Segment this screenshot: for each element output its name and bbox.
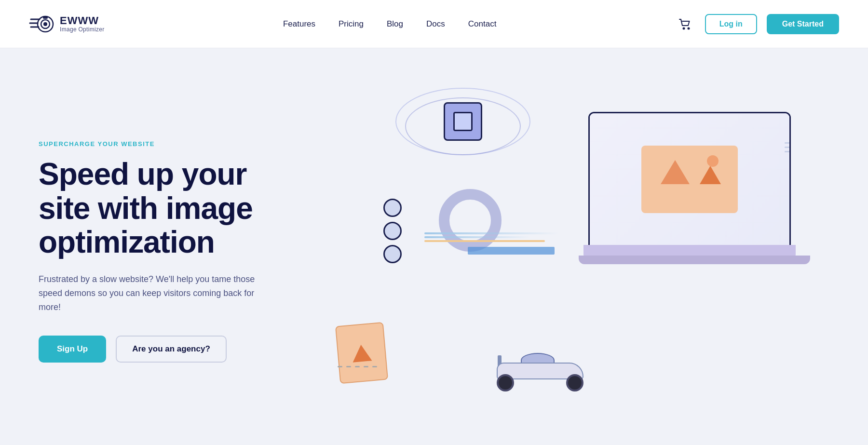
nav-docs[interactable]: Docs: [426, 19, 445, 29]
logo-name: EWWW: [60, 15, 105, 26]
mountain-icon-1: [661, 160, 690, 184]
image-card: [335, 322, 388, 383]
cart-icon[interactable]: [675, 14, 695, 34]
speed-line-1: [424, 232, 559, 234]
camera-lens: [453, 112, 473, 131]
car-wheel-front: [566, 374, 583, 391]
screen-image: [641, 146, 738, 213]
logo[interactable]: EWWW Image Optimizer: [29, 12, 105, 37]
logo-icon: [29, 12, 54, 37]
cylinder-3: [383, 245, 402, 263]
donut-ring: [439, 189, 502, 252]
hero-illustration: [289, 83, 839, 420]
spark-line-2: [785, 147, 791, 148]
header: EWWW Image Optimizer Features Pricing Bl…: [0, 0, 868, 48]
header-actions: Log in Get Started: [675, 14, 839, 34]
hero-tag: SUPERCHARGE YOUR WEBSITE: [39, 140, 289, 148]
laptop-screen: [588, 112, 791, 247]
hero-section: SUPERCHARGE YOUR WEBSITE Speed up your s…: [0, 48, 868, 445]
cylinder-1: [383, 199, 402, 217]
sun-icon: [707, 155, 719, 167]
screen-sparks: [785, 142, 791, 155]
spark-line-1: [785, 142, 791, 144]
nav-pricing[interactable]: Pricing: [339, 19, 364, 29]
dash-5: [372, 366, 377, 367]
svg-rect-6: [43, 16, 48, 19]
cylinder-2: [383, 222, 402, 240]
svg-point-8: [687, 27, 690, 29]
speed-line-2: [424, 236, 530, 238]
mountain-icon-2: [700, 166, 721, 184]
signup-button[interactable]: Sign Up: [39, 336, 106, 363]
donut-outer-ring: [439, 189, 502, 252]
spark-line-3: [785, 151, 791, 152]
camera-body: [444, 102, 482, 141]
laptop-base: [579, 256, 810, 264]
nav-blog[interactable]: Blog: [387, 19, 403, 29]
dash-3: [355, 366, 360, 367]
logo-sub: Image Optimizer: [60, 26, 105, 33]
f1-car: [492, 353, 588, 391]
login-button[interactable]: Log in: [705, 14, 757, 34]
illustration-container: [289, 83, 839, 420]
get-started-button[interactable]: Get Started: [767, 14, 839, 34]
hero-title: Speed up your site with image optimizati…: [39, 157, 289, 259]
hero-description: Frustrated by a slow website? We'll help…: [39, 272, 260, 314]
speed-line-3: [424, 240, 545, 242]
car-wheel-back: [497, 374, 514, 391]
blue-accent-block: [468, 247, 555, 255]
logo-text: EWWW Image Optimizer: [60, 15, 105, 33]
nav-contact[interactable]: Contact: [468, 19, 497, 29]
main-nav: Features Pricing Blog Docs Contact: [283, 19, 496, 29]
card-mountain-icon: [352, 343, 372, 362]
agency-button[interactable]: Are you an agency?: [116, 336, 227, 363]
camera-element: [444, 102, 492, 150]
laptop-illustration: [588, 112, 820, 276]
dash-2: [346, 366, 351, 367]
speed-lines: [424, 232, 569, 242]
svg-point-5: [43, 22, 47, 26]
laptop-keyboard: [583, 245, 796, 256]
dash-4: [364, 366, 368, 367]
dash-1: [338, 366, 342, 367]
svg-point-7: [682, 27, 685, 29]
dash-trail: [338, 366, 377, 367]
nav-features[interactable]: Features: [283, 19, 315, 29]
hero-content: SUPERCHARGE YOUR WEBSITE Speed up your s…: [39, 140, 289, 363]
laptop-screen-inner: [590, 113, 789, 245]
cylinder-elements: [383, 199, 402, 268]
hero-buttons: Sign Up Are you an agency?: [39, 336, 289, 363]
